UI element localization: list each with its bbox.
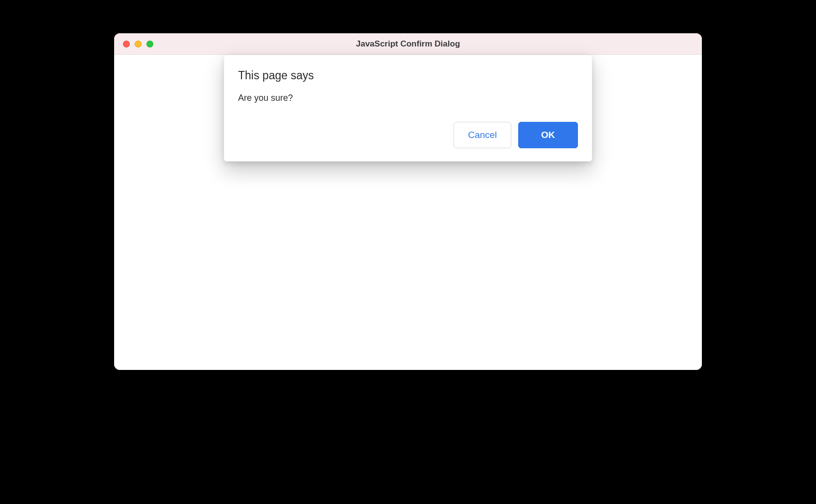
cancel-button[interactable]: Cancel — [454, 122, 511, 148]
dialog-heading: This page says — [238, 69, 578, 82]
application-window: JavaScript Confirm Dialog This page says… — [114, 33, 702, 370]
ok-button[interactable]: OK — [518, 122, 578, 148]
dialog-message: Are you sure? — [238, 93, 578, 103]
close-window-icon[interactable] — [123, 41, 130, 47]
minimize-window-icon[interactable] — [135, 41, 142, 47]
title-bar: JavaScript Confirm Dialog — [114, 33, 702, 55]
window-body: This page says Are you sure? Cancel OK — [114, 55, 702, 370]
traffic-lights — [123, 41, 153, 47]
maximize-window-icon[interactable] — [146, 41, 153, 47]
window-title: JavaScript Confirm Dialog — [114, 39, 702, 49]
confirm-dialog: This page says Are you sure? Cancel OK — [224, 55, 592, 161]
dialog-button-row: Cancel OK — [238, 122, 578, 148]
